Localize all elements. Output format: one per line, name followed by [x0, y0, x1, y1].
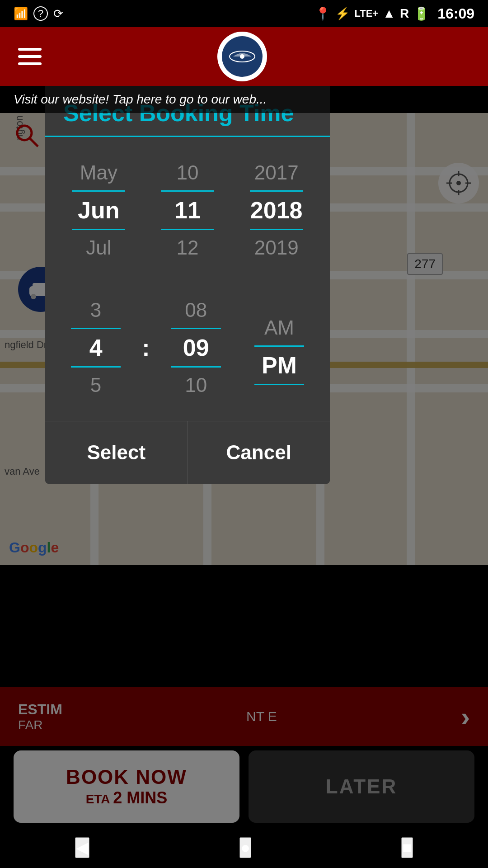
minute-column[interactable]: 08 09 10 — [155, 292, 238, 403]
day-11-selected[interactable]: 11 — [143, 190, 232, 230]
banner-text: Visit our website! Tap here to go to our… — [14, 92, 267, 107]
year-2019[interactable]: 2019 — [232, 230, 321, 265]
lte-icon: LTE+ — [354, 8, 378, 19]
cancel-button[interactable]: Cancel — [188, 421, 330, 484]
back-button[interactable]: ◀ — [75, 837, 89, 858]
location-icon: 📍 — [315, 6, 331, 21]
sync-icon: ⟳ — [53, 7, 63, 21]
date-picker-row: May Jun Jul 10 11 12 2017 2018 2019 — [54, 151, 321, 270]
svg-point-1 — [240, 54, 244, 59]
day-10[interactable]: 10 — [143, 155, 232, 190]
period-am[interactable]: AM — [238, 310, 321, 345]
signal-icon: ▲ — [383, 6, 395, 21]
hour-3[interactable]: 3 — [54, 292, 137, 328]
status-bar: 📶 ? ⟳ 📍 ⚡ LTE+ ▲ R 🔋 16:09 — [0, 0, 488, 27]
month-column[interactable]: May Jun Jul — [54, 155, 143, 265]
hour-4-selected[interactable]: 4 — [54, 328, 137, 368]
system-nav-bar: ◀ ● ■ — [0, 827, 488, 868]
minute-10[interactable]: 10 — [155, 368, 238, 403]
home-button[interactable]: ● — [239, 837, 251, 858]
time-separator: : — [137, 334, 154, 361]
recent-button[interactable]: ■ — [401, 837, 413, 858]
booking-time-dialog: Select Booking Time May Jun Jul 10 11 12… — [45, 81, 330, 484]
status-left-icons: 📶 ? ⟳ — [14, 6, 63, 21]
battery-icon: 🔋 — [413, 6, 429, 21]
month-jul[interactable]: Jul — [54, 230, 143, 265]
hour-column[interactable]: 3 4 5 — [54, 292, 137, 403]
time-display: 16:09 — [437, 5, 474, 22]
logo-circle — [217, 32, 267, 81]
wifi-icon: 📶 — [14, 7, 28, 21]
minute-09-selected[interactable]: 09 — [155, 328, 238, 368]
select-button[interactable]: Select — [45, 421, 188, 484]
year-2017[interactable]: 2017 — [232, 155, 321, 190]
day-column[interactable]: 10 11 12 — [143, 155, 232, 265]
menu-button[interactable] — [18, 48, 42, 65]
question-icon: ? — [33, 6, 48, 21]
hamburger-line-2 — [18, 55, 42, 58]
month-may[interactable]: May — [54, 155, 143, 190]
year-column[interactable]: 2017 2018 2019 — [232, 155, 321, 265]
hamburger-line-1 — [18, 48, 42, 51]
logo-container — [217, 32, 267, 81]
bluetooth-icon: ⚡ — [335, 7, 350, 21]
banner[interactable]: Visit our website! Tap here to go to our… — [0, 86, 488, 113]
hamburger-line-3 — [18, 62, 42, 65]
logo-inner — [222, 36, 263, 77]
minute-08[interactable]: 08 — [155, 292, 238, 328]
year-2018-selected[interactable]: 2018 — [232, 190, 321, 230]
app-header — [0, 27, 488, 86]
day-12[interactable]: 12 — [143, 230, 232, 265]
month-jun-selected[interactable]: Jun — [54, 190, 143, 230]
dialog-action-buttons: Select Cancel — [45, 421, 330, 484]
hour-5[interactable]: 5 — [54, 368, 137, 403]
picker-area[interactable]: May Jun Jul 10 11 12 2017 2018 2019 3 — [45, 137, 330, 421]
carrier-r: R — [400, 6, 409, 21]
time-picker-row: 3 4 5 : 08 09 10 AM PM — [54, 288, 321, 407]
period-column[interactable]: AM PM — [238, 310, 321, 385]
period-pm-selected[interactable]: PM — [238, 345, 321, 385]
section-divider — [54, 270, 321, 288]
status-right-icons: 📍 ⚡ LTE+ ▲ R 🔋 16:09 — [315, 5, 474, 22]
